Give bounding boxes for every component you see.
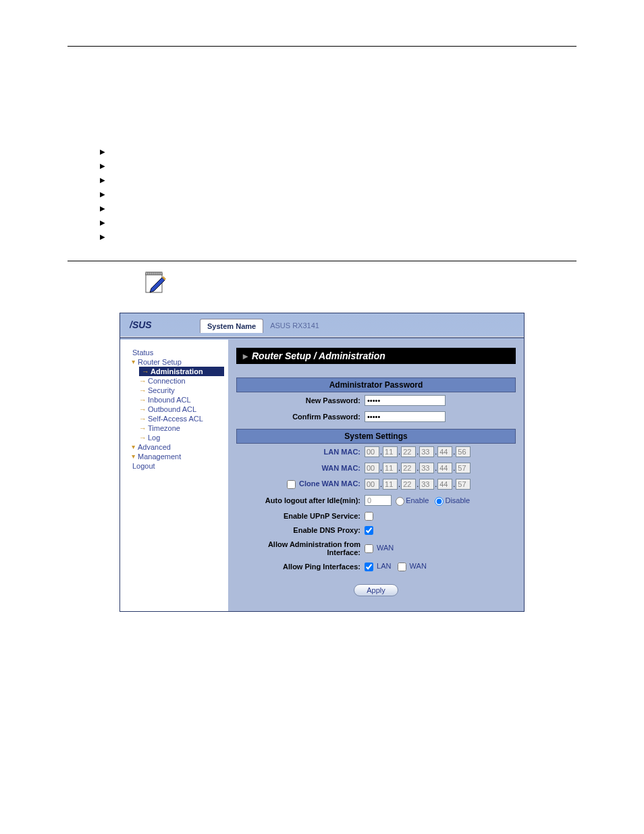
clone-mac-2[interactable] <box>401 479 416 490</box>
wan-mac-5[interactable] <box>456 463 471 473</box>
bullet-item <box>100 176 576 184</box>
wan-mac-2[interactable] <box>401 463 416 473</box>
sidebar-item-security[interactable]: Security <box>139 386 224 395</box>
wan-mac-1[interactable] <box>383 463 398 473</box>
lan-mac-4[interactable] <box>437 446 452 457</box>
wan-mac-4[interactable] <box>437 463 452 473</box>
clone-mac-0[interactable] <box>365 479 379 490</box>
upnp-label: Enable UPnP Service: <box>236 512 365 520</box>
confirm-password-input[interactable] <box>365 411 446 422</box>
confirm-password-label: Confirm Password: <box>236 413 365 421</box>
ping-lan-checkbox[interactable] <box>365 563 373 571</box>
clone-mac-4[interactable] <box>437 479 452 490</box>
lan-mac-1[interactable] <box>383 446 398 457</box>
wan-mac-label: WAN MAC: <box>236 464 365 472</box>
bullet-item <box>100 233 576 240</box>
svg-text:/SUS: /SUS <box>130 319 152 330</box>
header-divider <box>120 336 524 338</box>
sidebar-item-management[interactable]: Management <box>132 452 224 461</box>
new-password-input[interactable] <box>365 395 446 406</box>
page-title: Router Setup / Administration <box>236 348 516 364</box>
upnp-checkbox[interactable] <box>365 512 373 521</box>
sidebar-item-advanced[interactable]: Advanced <box>132 442 224 452</box>
clone-mac-label: Clone WAN MAC: <box>236 479 365 489</box>
idle-label: Auto logout after Idle(min): <box>236 496 365 504</box>
admin-if-label: Allow Administration from Interface: <box>236 540 365 556</box>
lan-mac-0[interactable] <box>365 446 379 457</box>
sidebar-item-log[interactable]: Log <box>139 433 224 442</box>
dns-label: Enable DNS Proxy: <box>236 526 365 534</box>
section-password-heading: Administrator Password <box>236 377 516 392</box>
idle-enable-radio[interactable] <box>396 497 404 506</box>
clone-mac-checkbox[interactable] <box>287 480 296 489</box>
idle-input[interactable] <box>365 495 392 506</box>
content-area: Router Setup / Administration Administra… <box>228 340 524 611</box>
bullet-item <box>100 190 576 198</box>
lan-mac-5[interactable] <box>456 446 471 457</box>
sidebar-item-router-setup[interactable]: Router Setup <box>132 357 224 367</box>
sidebar-item-timezone[interactable]: Timezone <box>139 423 224 433</box>
idle-disable-radio[interactable] <box>435 497 444 506</box>
dns-checkbox[interactable] <box>365 526 373 535</box>
bullet-item <box>100 148 576 155</box>
admin-form: Administrator Password New Password: Con… <box>236 377 516 603</box>
wan-mac-3[interactable] <box>419 463 434 473</box>
clone-mac-5[interactable] <box>456 479 471 490</box>
ping-label: Allow Ping Interfaces: <box>236 563 365 571</box>
header-bar: /SUS System Name ASUS RX3141 <box>120 313 524 336</box>
note-block <box>142 269 576 296</box>
admin-wan-checkbox[interactable] <box>365 544 373 553</box>
lan-mac-2[interactable] <box>401 446 416 457</box>
bullet-item <box>100 162 576 170</box>
lan-mac-group: ..... <box>365 446 516 457</box>
clone-mac-3[interactable] <box>419 479 434 490</box>
notepad-icon <box>142 269 169 296</box>
system-name-value: ASUS RX3141 <box>263 319 326 332</box>
system-name-tab: System Name <box>200 319 263 333</box>
lan-mac-label: LAN MAC: <box>236 448 365 456</box>
mid-rule <box>68 261 576 261</box>
bullet-item <box>100 205 576 212</box>
feature-bullets <box>100 148 576 240</box>
sidebar-item-administration[interactable]: Administration <box>139 367 224 376</box>
sidebar: Status Router Setup Administration Conne… <box>120 340 228 611</box>
new-password-label: New Password: <box>236 396 365 405</box>
ping-wan-checkbox[interactable] <box>398 563 406 571</box>
sidebar-item-outbound-acl[interactable]: Outbound ACL <box>139 405 224 414</box>
clone-mac-group: ..... <box>365 479 516 490</box>
document-page: /SUS System Name ASUS RX3141 Status Rout… <box>0 0 644 679</box>
sidebar-item-inbound-acl[interactable]: Inbound ACL <box>139 395 224 405</box>
lan-mac-3[interactable] <box>419 446 434 457</box>
router-admin-window: /SUS System Name ASUS RX3141 Status Rout… <box>119 313 525 612</box>
top-rule <box>68 46 576 47</box>
sidebar-item-self-access-acl[interactable]: Self-Access ACL <box>139 414 224 423</box>
wan-mac-0[interactable] <box>365 463 379 473</box>
apply-button[interactable]: Apply <box>354 584 398 596</box>
wan-mac-group: ..... <box>365 463 516 473</box>
section-system-heading: System Settings <box>236 429 516 444</box>
sidebar-item-status[interactable]: Status <box>132 348 224 357</box>
sidebar-item-logout[interactable]: Logout <box>132 461 224 471</box>
clone-mac-1[interactable] <box>383 479 398 490</box>
bullet-item <box>100 219 576 226</box>
sidebar-item-connection[interactable]: Connection <box>139 376 224 386</box>
asus-logo: /SUS <box>126 316 200 335</box>
